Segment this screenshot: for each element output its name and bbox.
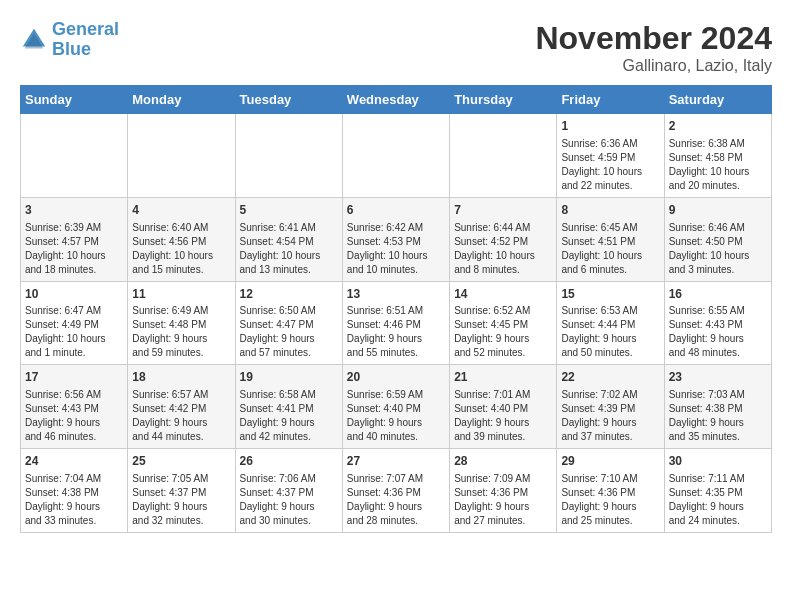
day-info-text: Sunrise: 6:51 AM bbox=[347, 304, 445, 318]
weekday-header-cell: Wednesday bbox=[342, 86, 449, 114]
day-info-text: and 6 minutes. bbox=[561, 263, 659, 277]
calendar-week-row: 1Sunrise: 6:36 AMSunset: 4:59 PMDaylight… bbox=[21, 114, 772, 198]
day-info-text: and 44 minutes. bbox=[132, 430, 230, 444]
day-info-text: Daylight: 9 hours bbox=[240, 332, 338, 346]
day-info-text: Daylight: 9 hours bbox=[454, 332, 552, 346]
day-info-text: Daylight: 9 hours bbox=[347, 332, 445, 346]
day-info-text: and 40 minutes. bbox=[347, 430, 445, 444]
day-number: 10 bbox=[25, 286, 123, 303]
day-info-text: Sunrise: 6:50 AM bbox=[240, 304, 338, 318]
weekday-header-cell: Thursday bbox=[450, 86, 557, 114]
day-number: 1 bbox=[561, 118, 659, 135]
day-number: 13 bbox=[347, 286, 445, 303]
day-info-text: Sunset: 4:53 PM bbox=[347, 235, 445, 249]
day-info-text: and 46 minutes. bbox=[25, 430, 123, 444]
day-info-text: Sunrise: 7:07 AM bbox=[347, 472, 445, 486]
day-info-text: Sunrise: 6:53 AM bbox=[561, 304, 659, 318]
day-info-text: Daylight: 9 hours bbox=[347, 500, 445, 514]
calendar-day-cell: 5Sunrise: 6:41 AMSunset: 4:54 PMDaylight… bbox=[235, 197, 342, 281]
day-info-text: Sunset: 4:37 PM bbox=[132, 486, 230, 500]
day-number: 7 bbox=[454, 202, 552, 219]
day-info-text: and 32 minutes. bbox=[132, 514, 230, 528]
calendar-day-cell: 6Sunrise: 6:42 AMSunset: 4:53 PMDaylight… bbox=[342, 197, 449, 281]
calendar-day-cell: 14Sunrise: 6:52 AMSunset: 4:45 PMDayligh… bbox=[450, 281, 557, 365]
day-info-text: Sunset: 4:40 PM bbox=[347, 402, 445, 416]
month-title: November 2024 bbox=[535, 20, 772, 57]
logo-icon bbox=[20, 26, 48, 54]
day-info-text: Sunset: 4:40 PM bbox=[454, 402, 552, 416]
day-number: 24 bbox=[25, 453, 123, 470]
day-info-text: Sunrise: 6:46 AM bbox=[669, 221, 767, 235]
calendar-day-cell: 8Sunrise: 6:45 AMSunset: 4:51 PMDaylight… bbox=[557, 197, 664, 281]
day-info-text: Sunset: 4:39 PM bbox=[561, 402, 659, 416]
title-block: November 2024 Gallinaro, Lazio, Italy bbox=[535, 20, 772, 75]
day-info-text: Sunrise: 6:45 AM bbox=[561, 221, 659, 235]
day-info-text: and 37 minutes. bbox=[561, 430, 659, 444]
calendar-day-cell: 23Sunrise: 7:03 AMSunset: 4:38 PMDayligh… bbox=[664, 365, 771, 449]
calendar-table: SundayMondayTuesdayWednesdayThursdayFrid… bbox=[20, 85, 772, 533]
day-info-text: Daylight: 9 hours bbox=[561, 416, 659, 430]
calendar-day-cell: 7Sunrise: 6:44 AMSunset: 4:52 PMDaylight… bbox=[450, 197, 557, 281]
day-info-text: Sunset: 4:37 PM bbox=[240, 486, 338, 500]
day-info-text: Sunrise: 6:36 AM bbox=[561, 137, 659, 151]
logo-text: General Blue bbox=[52, 20, 119, 60]
weekday-header-row: SundayMondayTuesdayWednesdayThursdayFrid… bbox=[21, 86, 772, 114]
day-number: 5 bbox=[240, 202, 338, 219]
calendar-day-cell: 28Sunrise: 7:09 AMSunset: 4:36 PMDayligh… bbox=[450, 449, 557, 533]
day-info-text: Sunset: 4:56 PM bbox=[132, 235, 230, 249]
day-info-text: and 10 minutes. bbox=[347, 263, 445, 277]
day-info-text: Sunset: 4:51 PM bbox=[561, 235, 659, 249]
day-number: 26 bbox=[240, 453, 338, 470]
day-info-text: Daylight: 10 hours bbox=[240, 249, 338, 263]
day-info-text: and 24 minutes. bbox=[669, 514, 767, 528]
day-info-text: and 42 minutes. bbox=[240, 430, 338, 444]
day-info-text: Sunrise: 7:02 AM bbox=[561, 388, 659, 402]
day-number: 6 bbox=[347, 202, 445, 219]
day-info-text: Daylight: 9 hours bbox=[132, 500, 230, 514]
day-info-text: Daylight: 10 hours bbox=[132, 249, 230, 263]
calendar-body: 1Sunrise: 6:36 AMSunset: 4:59 PMDaylight… bbox=[21, 114, 772, 533]
day-info-text: Sunset: 4:36 PM bbox=[347, 486, 445, 500]
day-info-text: and 18 minutes. bbox=[25, 263, 123, 277]
calendar-day-cell: 9Sunrise: 6:46 AMSunset: 4:50 PMDaylight… bbox=[664, 197, 771, 281]
day-info-text: and 27 minutes. bbox=[454, 514, 552, 528]
day-info-text: Sunrise: 6:42 AM bbox=[347, 221, 445, 235]
day-info-text: and 33 minutes. bbox=[25, 514, 123, 528]
day-info-text: Sunset: 4:59 PM bbox=[561, 151, 659, 165]
day-number: 17 bbox=[25, 369, 123, 386]
day-info-text: Daylight: 9 hours bbox=[132, 416, 230, 430]
logo: General Blue bbox=[20, 20, 119, 60]
calendar-week-row: 24Sunrise: 7:04 AMSunset: 4:38 PMDayligh… bbox=[21, 449, 772, 533]
day-info-text: Daylight: 9 hours bbox=[669, 416, 767, 430]
day-info-text: Sunrise: 6:59 AM bbox=[347, 388, 445, 402]
day-info-text: Sunset: 4:44 PM bbox=[561, 318, 659, 332]
day-number: 22 bbox=[561, 369, 659, 386]
day-info-text: and 57 minutes. bbox=[240, 346, 338, 360]
weekday-header-cell: Sunday bbox=[21, 86, 128, 114]
day-info-text: Daylight: 10 hours bbox=[561, 165, 659, 179]
weekday-header-cell: Saturday bbox=[664, 86, 771, 114]
day-info-text: Daylight: 9 hours bbox=[347, 416, 445, 430]
calendar-day-cell: 18Sunrise: 6:57 AMSunset: 4:42 PMDayligh… bbox=[128, 365, 235, 449]
day-info-text: and 3 minutes. bbox=[669, 263, 767, 277]
calendar-day-cell: 20Sunrise: 6:59 AMSunset: 4:40 PMDayligh… bbox=[342, 365, 449, 449]
logo-line2: Blue bbox=[52, 39, 91, 59]
day-info-text: Sunset: 4:47 PM bbox=[240, 318, 338, 332]
day-number: 4 bbox=[132, 202, 230, 219]
day-info-text: Sunrise: 6:47 AM bbox=[25, 304, 123, 318]
day-info-text: Sunset: 4:50 PM bbox=[669, 235, 767, 249]
weekday-header-cell: Monday bbox=[128, 86, 235, 114]
day-number: 30 bbox=[669, 453, 767, 470]
day-info-text: and 22 minutes. bbox=[561, 179, 659, 193]
day-number: 19 bbox=[240, 369, 338, 386]
day-info-text: Sunset: 4:54 PM bbox=[240, 235, 338, 249]
day-info-text: Sunset: 4:45 PM bbox=[454, 318, 552, 332]
day-info-text: Sunset: 4:38 PM bbox=[25, 486, 123, 500]
day-number: 23 bbox=[669, 369, 767, 386]
day-info-text: Sunrise: 6:56 AM bbox=[25, 388, 123, 402]
day-info-text: and 8 minutes. bbox=[454, 263, 552, 277]
day-number: 18 bbox=[132, 369, 230, 386]
day-info-text: Sunrise: 6:58 AM bbox=[240, 388, 338, 402]
calendar-day-cell: 21Sunrise: 7:01 AMSunset: 4:40 PMDayligh… bbox=[450, 365, 557, 449]
day-info-text: Sunset: 4:43 PM bbox=[25, 402, 123, 416]
